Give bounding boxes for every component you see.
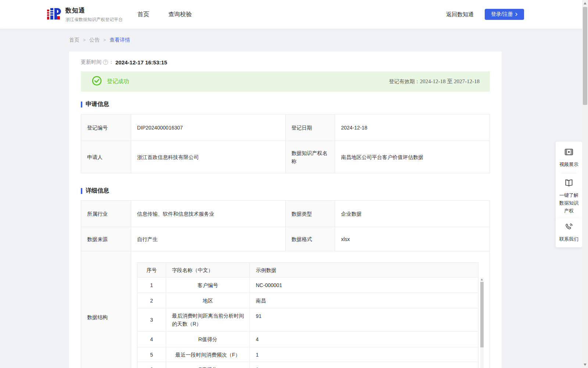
source-label: 数据来源 xyxy=(81,227,131,251)
status-text: 登记成功 xyxy=(107,78,129,85)
reg-no-label: 登记编号 xyxy=(81,114,131,141)
row-index: 1 xyxy=(137,277,166,293)
ip-name-value: 南昌地区公司平台客户价值评估数据 xyxy=(335,141,490,173)
industry-value: 信息传输、软件和信息技术服务业 xyxy=(131,201,286,227)
row-field: 最后消费时间距离当前分析时间的天数（R） xyxy=(166,308,250,332)
section-bar xyxy=(81,188,82,194)
guide-item[interactable]: 一键了解数据知识产权 xyxy=(558,178,580,215)
section-bar xyxy=(81,102,82,107)
format-label: 数据格式 xyxy=(286,227,335,251)
divider xyxy=(561,173,577,173)
structure-label: 数据结构 xyxy=(81,251,131,368)
applicant-value: 浙江首政信息科技有限公司 xyxy=(131,141,286,173)
breadcrumb-separator: > xyxy=(83,38,86,43)
table-scrollbar-thumb[interactable] xyxy=(480,282,484,347)
col-header-field: 字段名称（中文） xyxy=(166,263,250,277)
breadcrumb: 首页 > 公告 > 查看详情 xyxy=(69,37,130,43)
col-header-index: 序号 xyxy=(137,263,166,277)
phone-icon xyxy=(564,227,573,233)
row-field: R值得分 xyxy=(166,332,250,347)
row-index: 2 xyxy=(137,293,166,308)
reg-no-value: DIP2024000016307 xyxy=(131,114,286,141)
reg-date-value: 2024-12-18 xyxy=(335,114,490,141)
help-icon[interactable]: ? xyxy=(103,60,108,65)
brand-title: 数知通 xyxy=(65,6,123,15)
row-field: 地区 xyxy=(166,293,250,308)
guide-label: 一键了解数据知识产权 xyxy=(558,191,580,215)
data-type-label: 数据类型 xyxy=(286,201,335,227)
row-sample: NC-000001 xyxy=(250,277,478,293)
detail-info-table: 所属行业 信息传输、软件和信息技术服务业 数据类型 企业数据 数据来源 自行产生… xyxy=(81,200,490,368)
video-icon xyxy=(564,152,574,158)
video-demo-item[interactable]: 视频展示 xyxy=(558,147,580,168)
structure-cell: 序号 字段名称（中文） 示例数据 1 客户编号 NC-000001 2 地区 南… xyxy=(131,251,490,368)
book-icon xyxy=(564,183,574,189)
row-index: 5 xyxy=(137,347,166,362)
update-time-label: 更新时间 xyxy=(81,59,101,66)
brand-subtitle: 浙江省数据知识产权登记平台 xyxy=(65,17,123,23)
validity-period: 登记有效期：2024-12-18 至 2027-12-18 xyxy=(389,78,480,85)
update-time-row: 更新时间 ? ： 2024-12-17 16:53:15 xyxy=(69,52,502,66)
scrollbar-up-arrow-icon[interactable] xyxy=(584,2,587,4)
page-scrollbar-thumb[interactable] xyxy=(583,7,587,105)
scrollbar-down-arrow-icon[interactable] xyxy=(584,364,587,366)
top-header: 数知通 浙江省数据知识产权登记平台 首页 查询校验 返回数知通 登录/注册 xyxy=(0,0,588,29)
nav-home[interactable]: 首页 xyxy=(137,11,149,18)
row-sample: 91 xyxy=(250,308,478,332)
main-nav: 首页 查询校验 xyxy=(137,0,192,29)
contact-label: 联系我们 xyxy=(558,235,580,243)
data-type-value: 企业数据 xyxy=(335,201,490,227)
row-sample: 1 xyxy=(250,347,478,362)
breadcrumb-current: 查看详情 xyxy=(110,37,130,43)
breadcrumb-home[interactable]: 首页 xyxy=(69,37,79,43)
floating-panel-top: 视频展示 一键了解数据知识产权 xyxy=(556,142,582,220)
row-index: 6 xyxy=(137,362,166,368)
login-register-button[interactable]: 登录/注册 xyxy=(485,9,524,20)
check-circle-icon xyxy=(92,76,102,87)
breadcrumb-notice[interactable]: 公告 xyxy=(89,37,100,43)
section-detail-info: 详细信息 xyxy=(81,187,490,195)
video-demo-label: 视频展示 xyxy=(558,160,580,168)
back-to-portal-link[interactable]: 返回数知通 xyxy=(446,11,474,18)
row-sample: 南昌 xyxy=(250,293,478,308)
row-field: 客户编号 xyxy=(166,277,250,293)
brand: 数知通 浙江省数据知识产权登记平台 xyxy=(46,6,123,23)
registration-success-banner: 登记成功 登记有效期：2024-12-18 至 2027-12-18 xyxy=(81,71,490,92)
row-index: 3 xyxy=(137,308,166,332)
breadcrumb-separator: > xyxy=(103,38,106,43)
application-info-table: 登记编号 DIP2024000016307 登记日期 2024-12-18 申请… xyxy=(81,114,490,173)
logo-icon xyxy=(46,6,61,23)
industry-label: 所属行业 xyxy=(81,201,131,227)
update-time-value: 2024-12-17 16:53:15 xyxy=(115,59,167,66)
format-value: xlsx xyxy=(335,227,490,251)
section-application-info: 申请信息 xyxy=(81,100,490,108)
floating-panel-contact[interactable]: 联系我们 xyxy=(556,218,582,247)
applicant-label: 申请人 xyxy=(81,141,131,173)
nav-verify[interactable]: 查询校验 xyxy=(168,11,192,18)
table-scrollbar[interactable] xyxy=(480,277,484,368)
data-structure-table: 序号 字段名称（中文） 示例数据 1 客户编号 NC-000001 2 地区 南… xyxy=(137,262,478,368)
source-value: 自行产生 xyxy=(131,227,286,251)
page-scrollbar[interactable] xyxy=(582,0,588,368)
row-field: F值得分 xyxy=(166,362,250,368)
scroll-up-arrow-icon[interactable] xyxy=(481,279,483,280)
row-sample: 1 xyxy=(250,362,478,368)
reg-date-label: 登记日期 xyxy=(286,114,335,141)
col-header-sample: 示例数据 xyxy=(250,263,478,277)
row-field: 最近一段时间消费频次（F） xyxy=(166,347,250,362)
row-index: 4 xyxy=(137,332,166,347)
chevron-right-icon xyxy=(515,11,518,17)
ip-name-label: 数据知识产权名称 xyxy=(286,141,335,173)
detail-panel: 更新时间 ? ： 2024-12-17 16:53:15 登记成功 登记有效期：… xyxy=(69,52,502,368)
row-sample: 4 xyxy=(250,332,478,347)
